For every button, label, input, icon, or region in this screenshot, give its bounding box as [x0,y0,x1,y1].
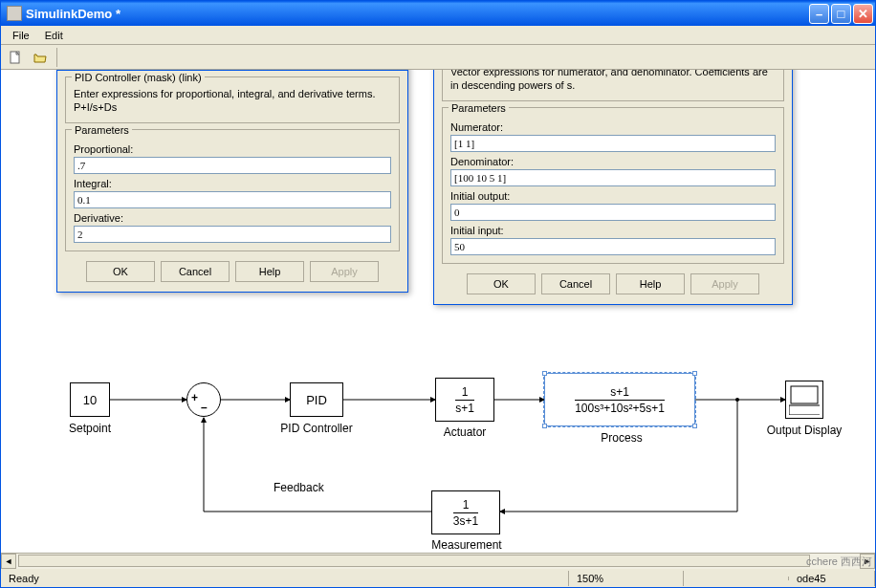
process-description: Vector expressions for numerator, and de… [450,70,776,93]
pid-cancel-button[interactable]: Cancel [161,261,230,282]
model-canvas[interactable]: 10 Setpoint + – PID PID Controller 1 s+1… [1,70,875,553]
sum-plus-icon: + [191,391,198,404]
dialog-pid-parameters[interactable]: Block Parameters: PID Controller ✕ PID C… [56,70,408,293]
status-ready: Ready [1,571,569,586]
scroll-left-button[interactable]: ◄ [1,554,16,569]
minimize-button[interactable]: – [809,4,829,24]
input-numerator[interactable] [450,135,776,152]
window-title: SimulinkDemo * [26,7,809,21]
pid-apply-button[interactable]: Apply [310,261,379,282]
watermark: cchere 西西河 [806,555,872,569]
pid-description: Enter expressions for proportional, inte… [74,87,391,115]
fraction-line [453,512,478,513]
toolbar [1,45,875,70]
status-empty [684,577,789,580]
input-derivative[interactable] [74,226,391,243]
label-actuator: Actuator [433,425,496,439]
label-proportional: Proportional: [74,143,391,155]
open-file-icon[interactable] [30,47,51,68]
block-pid-controller[interactable]: PID [290,382,343,417]
status-zoom: 150% [569,571,684,586]
pid-text: PID [306,393,327,407]
pid-ok-button[interactable]: OK [86,261,155,282]
label-pid: PID Controller [267,422,366,435]
label-denominator: Denominator: [450,156,776,167]
menu-file[interactable]: File [5,28,37,43]
process-params-legend: Parameters [449,102,509,114]
process-cancel-button[interactable]: Cancel [541,273,610,294]
scroll-track[interactable] [16,554,860,569]
input-integral[interactable] [74,191,391,208]
label-measurement: Measurement [426,538,508,552]
actuator-num: 1 [462,385,469,399]
pid-params-legend: Parameters [72,124,132,136]
status-solver: ode45 [789,571,875,586]
label-setpoint: Setpoint [58,422,121,435]
label-integral: Integral: [74,178,391,189]
label-output: Output Display [756,424,852,437]
block-process[interactable]: s+1 100s³+10s²+5s+1 [544,373,695,426]
block-output-display[interactable] [785,381,823,419]
svg-point-6 [735,398,739,402]
fraction-line [575,400,665,401]
fraction-line [455,400,474,401]
process-num: s+1 [610,385,629,399]
block-setpoint[interactable]: 10 [70,382,110,417]
scroll-thumb[interactable] [18,555,810,567]
label-initial-input: Initial input: [450,225,776,236]
maximize-button[interactable]: □ [831,4,851,24]
app-icon [7,6,22,21]
scope-icon [789,384,820,415]
process-help-button[interactable]: Help [616,273,685,294]
actuator-den: s+1 [455,402,474,415]
menubar: File Edit [1,26,875,45]
input-proportional[interactable] [74,157,391,174]
dialog-process-parameters[interactable]: Block Parameters: Process ✕ Transfer Fun… [433,70,793,305]
measurement-num: 1 [463,498,470,512]
pid-mask-title: PID Controller (mask) (link) [72,72,205,83]
block-sum[interactable]: + – [186,382,221,417]
sum-minus-icon: – [201,401,208,414]
label-feedback: Feedback [274,481,324,494]
svg-rect-7 [791,386,818,403]
horizontal-scrollbar[interactable]: ◄ ► [1,553,875,568]
toolbar-separator [56,48,57,67]
process-ok-button[interactable]: OK [467,273,536,294]
titlebar: SimulinkDemo * – □ ✕ [1,1,875,26]
close-button[interactable]: ✕ [853,4,873,24]
label-derivative: Derivative: [74,212,391,224]
label-process: Process [590,431,653,445]
main-window: SimulinkDemo * – □ ✕ File Edit [0,0,876,588]
measurement-den: 3s+1 [453,514,478,528]
new-file-icon[interactable] [5,47,26,68]
input-denominator[interactable] [450,169,776,186]
process-den: 100s³+10s²+5s+1 [575,402,665,415]
setpoint-value: 10 [83,393,97,407]
block-measurement[interactable]: 1 3s+1 [431,490,500,534]
input-initial-input[interactable] [450,238,776,255]
input-initial-output[interactable] [450,204,776,221]
pid-help-button[interactable]: Help [235,261,304,282]
block-actuator[interactable]: 1 s+1 [435,378,494,422]
statusbar: Ready 150% ode45 [1,568,875,587]
label-initial-output: Initial output: [450,190,776,202]
process-apply-button[interactable]: Apply [690,273,759,294]
svg-rect-8 [789,405,820,415]
menu-edit[interactable]: Edit [37,28,71,43]
label-numerator: Numerator: [450,121,776,133]
